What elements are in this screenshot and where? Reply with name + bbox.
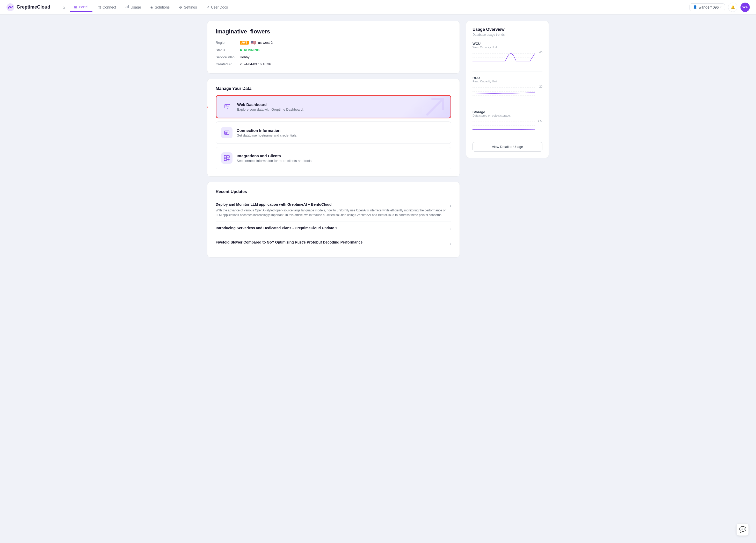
- update-title-1: Deploy and Monitor LLM application with …: [216, 202, 446, 206]
- nav-solutions[interactable]: ◈ Solutions: [146, 3, 174, 11]
- usage-icon: [125, 5, 129, 9]
- web-dashboard-icon: [222, 101, 233, 112]
- nav-usage[interactable]: Usage: [121, 3, 145, 11]
- region-location: us-west-2: [258, 41, 273, 45]
- bell-icon: 🔔: [731, 5, 735, 9]
- wcu-desc: Write Capacity Unit: [473, 46, 542, 49]
- web-dashboard-desc: Explore your data with Greptime Dashboar…: [237, 107, 304, 111]
- svg-rect-3: [127, 6, 128, 8]
- storage-name: Storage: [473, 110, 542, 114]
- created-at-label: Created At: [216, 62, 235, 66]
- nav-settings[interactable]: ⚙ Settings: [175, 3, 201, 11]
- rcu-block: RCU Read Capacity Unit 20: [473, 76, 542, 100]
- flag-icon: 🇺🇸: [251, 40, 256, 45]
- left-panel: imaginative_flowers Region AWS 🇺🇸 us-wes…: [207, 21, 460, 257]
- svg-rect-7: [226, 106, 229, 107]
- avatar[interactable]: WA: [740, 3, 750, 12]
- integrations-text: Integrations and Clients See connect inf…: [237, 154, 312, 163]
- arrow-pointer: →: [203, 103, 209, 111]
- status-text: RUNNING: [244, 48, 260, 52]
- rcu-chart: 20: [473, 85, 542, 100]
- svg-rect-11: [224, 158, 227, 161]
- db-info-card: imaginative_flowers Region AWS 🇺🇸 us-wes…: [207, 21, 460, 74]
- service-plan-label: Service Plan: [216, 55, 235, 59]
- region-label: Region: [216, 41, 235, 45]
- web-dashboard-title: Web Dashboard: [237, 102, 304, 107]
- settings-icon: ⚙: [179, 5, 182, 9]
- card-bg-decoration: [399, 96, 450, 118]
- connection-info-desc: Get database hostname and credentials.: [237, 133, 297, 137]
- connection-info-icon: [221, 127, 232, 138]
- chevron-right-icon-2: ›: [450, 227, 451, 231]
- nav-connect[interactable]: ◫ Connect: [93, 3, 120, 11]
- status-label: Status: [216, 48, 235, 52]
- right-panel: Usage Overview Database usage trends WCU…: [466, 21, 549, 257]
- chevron-right-icon-3: ›: [450, 241, 451, 246]
- nav-portal[interactable]: ⊞ Portal: [70, 3, 92, 12]
- storage-block: Storage Data stored on object storage. 1…: [473, 110, 542, 135]
- wcu-name: WCU: [473, 42, 542, 46]
- usage-card: Usage Overview Database usage trends WCU…: [466, 21, 549, 158]
- notifications-button[interactable]: 🔔: [728, 3, 737, 12]
- svg-rect-9: [224, 155, 227, 158]
- manage-section-title: Manage Your Data: [216, 86, 451, 91]
- storage-desc: Data stored on object storage.: [473, 114, 542, 117]
- nav-userdocs[interactable]: ↗ User Docs: [202, 3, 232, 11]
- user-menu[interactable]: 👤 wander4096 ▾: [689, 3, 725, 11]
- rcu-value: 20: [539, 85, 542, 88]
- usage-subtitle: Database usage trends: [473, 33, 542, 37]
- home-icon: ⌂: [63, 5, 65, 9]
- connection-info-card[interactable]: Connection Information Get database host…: [216, 121, 451, 144]
- manage-data-cards: → Web Dashboard Explore: [216, 95, 451, 169]
- view-detailed-usage-button[interactable]: View Detailed Usage: [473, 142, 542, 151]
- wcu-chart: 40: [473, 51, 542, 66]
- connection-info-text: Connection Information Get database host…: [237, 128, 297, 137]
- svg-rect-2: [126, 7, 126, 8]
- user-icon: 👤: [693, 5, 697, 9]
- main-layout: imaginative_flowers Region AWS 🇺🇸 us-wes…: [197, 14, 559, 264]
- top-nav: GreptimeCloud ⌂ ⊞ Portal ◫ Connect Usage…: [0, 0, 756, 14]
- svg-rect-4: [128, 5, 129, 8]
- aws-badge: AWS: [240, 41, 249, 45]
- logo[interactable]: GreptimeCloud: [6, 3, 50, 11]
- main-nav: ⌂ ⊞ Portal ◫ Connect Usage ◈ Solutions: [59, 3, 232, 12]
- wcu-divider: [473, 71, 542, 72]
- wcu-block: WCU Write Capacity Unit 40: [473, 42, 542, 66]
- top-right-controls: 👤 wander4096 ▾ 🔔 WA: [689, 3, 750, 12]
- update-item-2[interactable]: Introducing Serverless and Dedicated Pla…: [216, 222, 451, 236]
- wcu-value: 40: [539, 51, 542, 54]
- integrations-icon: [221, 152, 232, 164]
- storage-chart: 1 G: [473, 119, 542, 135]
- rcu-divider: [473, 106, 542, 106]
- userdocs-icon: ↗: [206, 5, 209, 9]
- recent-updates-section: Recent Updates Deploy and Monitor LLM ap…: [207, 182, 460, 257]
- web-dashboard-card[interactable]: Web Dashboard Explore your data with Gre…: [216, 95, 451, 118]
- status-value: RUNNING: [240, 48, 451, 52]
- username: wander4096: [699, 5, 719, 9]
- update-title-3: Fivefold Slower Compared to Go? Optimizi…: [216, 240, 362, 244]
- db-info-grid: Region AWS 🇺🇸 us-west-2 Status RUNNING S…: [216, 40, 451, 66]
- status-dot: [240, 49, 242, 51]
- connect-icon: ◫: [98, 5, 101, 9]
- update-item-3[interactable]: Fivefold Slower Compared to Go? Optimizi…: [216, 236, 451, 250]
- logo-text: GreptimeCloud: [17, 4, 50, 10]
- svg-point-1: [10, 6, 11, 8]
- usage-title: Usage Overview: [473, 27, 542, 32]
- svg-rect-10: [227, 155, 229, 158]
- region-value: AWS 🇺🇸 us-west-2: [240, 40, 451, 45]
- integrations-card[interactable]: Integrations and Clients See connect inf…: [216, 147, 451, 169]
- storage-value: 1 G: [538, 119, 542, 122]
- web-dashboard-wrapper: → Web Dashboard Explore: [216, 95, 451, 118]
- svg-rect-5: [225, 104, 230, 108]
- update-title-2: Introducing Serverless and Dedicated Pla…: [216, 226, 337, 230]
- created-at-value: 2024-04-03 16:16:36: [240, 62, 451, 66]
- update-item-1[interactable]: Deploy and Monitor LLM application with …: [216, 198, 451, 222]
- update-desc-1: With the advance of various OpenAI-style…: [216, 208, 446, 217]
- nav-home[interactable]: ⌂: [59, 3, 69, 11]
- solutions-icon: ◈: [150, 5, 153, 9]
- connection-info-title: Connection Information: [237, 128, 297, 133]
- integrations-title: Integrations and Clients: [237, 154, 312, 158]
- manage-data-card: Manage Your Data →: [207, 79, 460, 177]
- web-dashboard-text: Web Dashboard Explore your data with Gre…: [237, 102, 304, 111]
- service-plan-value: Hobby: [240, 55, 451, 59]
